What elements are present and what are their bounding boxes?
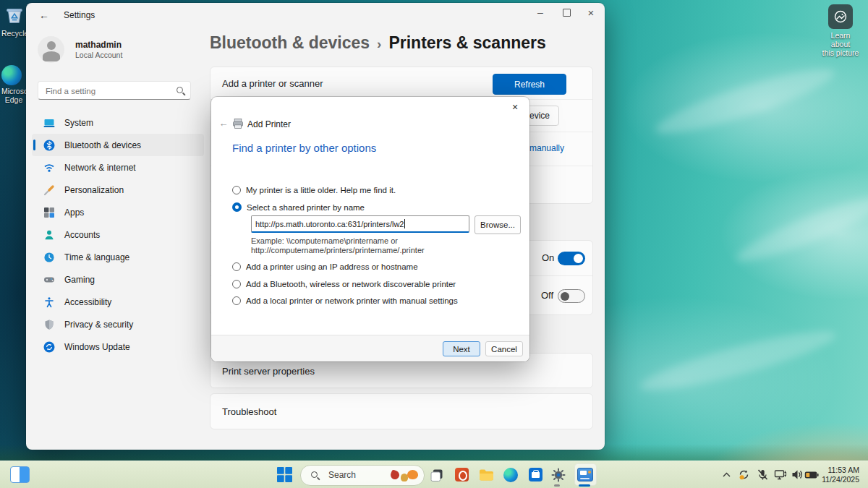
recycle-bin-icon: [1, 4, 27, 27]
back-arrow-icon[interactable]: ←: [36, 9, 52, 22]
active-running-indicator: [579, 484, 590, 487]
toggle-off-label: Off: [541, 290, 553, 301]
option-older-printer[interactable]: My printer is a little older. Help me fi…: [232, 186, 396, 194]
dialog-heading: Find a printer by other options: [232, 142, 376, 154]
person-icon: [43, 229, 55, 241]
taskbar: Search: [0, 461, 868, 488]
sidebar-item-privacy-security[interactable]: Privacy & security: [32, 313, 204, 335]
sidebar-item-accounts[interactable]: Accounts: [32, 223, 204, 246]
breadcrumb-separator: ›: [377, 36, 381, 51]
window-title: Settings: [64, 10, 95, 20]
settings-search-box[interactable]: [38, 81, 191, 100]
battery-icon: [804, 471, 819, 479]
radio-icon[interactable]: [232, 296, 241, 305]
task-view-button[interactable]: [428, 461, 446, 488]
tray-mic-muted-button[interactable]: [755, 461, 770, 488]
edge-browser-button[interactable]: [502, 461, 519, 488]
radio-selected-icon[interactable]: [232, 202, 242, 212]
avatar[interactable]: [38, 36, 64, 63]
user-account-type: Local Account: [75, 51, 122, 59]
wave-foam: [732, 188, 868, 270]
option-shared-printer[interactable]: Select a shared printer by name: [232, 202, 365, 212]
learn-about-picture[interactable]: Learn about this picture: [820, 4, 861, 57]
file-explorer-button[interactable]: [477, 461, 495, 488]
sidebar-item-windows-update[interactable]: Windows Update: [32, 335, 204, 358]
close-button[interactable]: ×: [579, 3, 603, 22]
edge-shortcut[interactable]: Microsoft Edge: [1, 65, 27, 104]
accessibility-person-icon: [43, 296, 55, 308]
windows-logo-icon: [277, 467, 292, 482]
dialog-back-arrow[interactable]: ←: [217, 118, 230, 129]
settings-running-indicator: [554, 484, 560, 487]
sidebar-item-system[interactable]: System: [32, 111, 204, 134]
printer-icon: [232, 118, 244, 129]
printer-name-input[interactable]: http://ps.math.utoronto.ca:631/printers/…: [251, 215, 469, 233]
sidebar-item-label: Gaming: [64, 275, 95, 285]
widgets-button[interactable]: [9, 461, 30, 488]
search-icon: [311, 471, 318, 478]
bluetooth-icon: [43, 140, 55, 151]
tray-battery-button[interactable]: [803, 461, 820, 488]
task-view-icon: [430, 468, 444, 482]
sidebar-item-label: Network & internet: [64, 163, 136, 173]
option-label: Select a shared printer by name: [247, 203, 365, 212]
sidebar-nav: System Bluetooth & devices Network & int…: [32, 111, 204, 358]
toggle-knob: [574, 254, 583, 263]
pumpkin-icon: [407, 470, 418, 479]
maximize-icon: [563, 9, 571, 17]
add-printer-label: Add a printer or scanner: [222, 78, 323, 89]
sidebar-item-apps[interactable]: Apps: [32, 201, 204, 223]
sidebar-item-accessibility[interactable]: Accessibility: [32, 291, 204, 313]
sidebar-item-bluetooth-devices[interactable]: Bluetooth & devices: [32, 134, 204, 156]
dialog-title: Add Printer: [247, 119, 291, 129]
sidebar-item-label: Personalization: [64, 185, 124, 195]
office-app-button[interactable]: [453, 461, 470, 488]
learn-label-2: this picture: [820, 48, 861, 57]
taskbar-clock[interactable]: 11:53 AM 11/24/2025: [822, 466, 859, 484]
maximize-button[interactable]: [554, 3, 579, 22]
radio-icon[interactable]: [232, 186, 241, 194]
widgets-icon: [10, 466, 30, 483]
tray-show-hidden-button[interactable]: [720, 461, 733, 488]
add-device-button-partial[interactable]: evice: [526, 106, 559, 126]
sidebar-item-gaming[interactable]: Gaming: [32, 268, 204, 291]
sync-update-icon: [738, 468, 750, 481]
add-printer-row: Add a printer or scanner Refresh: [210, 67, 592, 99]
breadcrumb-parent[interactable]: Bluetooth & devices: [210, 33, 370, 52]
gear-icon: [551, 468, 566, 482]
add-manually-link[interactable]: manually: [529, 143, 564, 153]
sidebar-item-label: System: [64, 118, 93, 128]
printer-name-value: http://ps.math.utoronto.ca:631/printers/…: [255, 220, 404, 228]
troubleshoot-card[interactable]: Troubleshoot: [210, 393, 593, 429]
sidebar-item-personalization[interactable]: Personalization: [32, 179, 204, 201]
sidebar-item-time-language[interactable]: Time & language: [32, 246, 204, 268]
radio-icon[interactable]: [232, 262, 241, 271]
recycle-bin-shortcut[interactable]: Recycle Bin: [1, 4, 27, 38]
option-local-manual[interactable]: Add a local printer or network printer w…: [232, 296, 458, 305]
cancel-button[interactable]: Cancel: [485, 341, 523, 356]
sidebar-item-network-internet[interactable]: Network & internet: [32, 156, 204, 179]
option-ip-hostname[interactable]: Add a printer using an IP address or hos…: [232, 262, 418, 271]
example-line-1: Example: \\computername\printername or: [251, 236, 398, 246]
refresh-button[interactable]: Refresh: [493, 74, 566, 95]
toggle-on[interactable]: [558, 252, 585, 265]
edge-icon: [503, 468, 518, 482]
tray-volume-button[interactable]: [790, 461, 804, 488]
ethernet-monitor-icon: [774, 469, 787, 481]
minimize-button[interactable]: –: [528, 3, 553, 22]
next-button[interactable]: Next: [443, 341, 480, 356]
tray-update-button[interactable]: [736, 461, 751, 488]
taskbar-search-box[interactable]: Search: [300, 465, 425, 486]
toggle-off[interactable]: [558, 289, 585, 303]
system-icon: [43, 117, 55, 129]
clock-icon: [43, 252, 55, 263]
radio-icon[interactable]: [232, 280, 241, 288]
store-button[interactable]: [527, 461, 544, 488]
gamepad-icon: [43, 274, 55, 286]
dialog-close-button[interactable]: ×: [506, 100, 524, 114]
tray-network-button[interactable]: [773, 461, 788, 488]
browse-button[interactable]: Browse...: [475, 215, 521, 234]
start-button[interactable]: [275, 461, 294, 488]
settings-search-input[interactable]: [44, 82, 177, 100]
option-bluetooth-wireless[interactable]: Add a Bluetooth, wireless or network dis…: [232, 280, 456, 288]
